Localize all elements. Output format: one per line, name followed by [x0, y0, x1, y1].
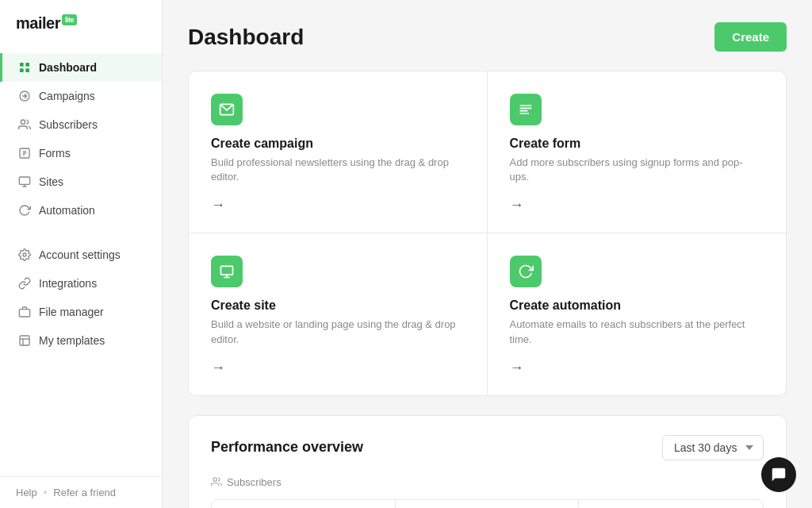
- campaigns-icon: [18, 90, 31, 102]
- svg-point-13: [23, 253, 26, 256]
- card-create-campaign[interactable]: Create campaign Build professional newsl…: [189, 71, 488, 233]
- sidebar-item-account-settings-label: Account settings: [39, 248, 121, 261]
- performance-header: Performance overview Last 30 days Last 7…: [211, 435, 764, 460]
- sidebar-item-subscribers[interactable]: Subscribers: [0, 110, 162, 139]
- card-create-automation[interactable]: Create automation Automate emails to rea…: [488, 233, 787, 394]
- performance-title: Performance overview: [211, 439, 363, 456]
- sidebar-item-campaigns-label: Campaigns: [39, 90, 95, 102]
- svg-rect-3: [25, 68, 29, 72]
- sidebar-item-forms-label: Forms: [39, 147, 71, 160]
- sidebar-item-sites[interactable]: Sites: [0, 167, 162, 196]
- site-card-icon: [211, 256, 243, 287]
- svg-rect-15: [20, 336, 29, 345]
- sidebar-item-integrations-label: Integrations: [39, 277, 97, 290]
- sidebar-item-my-templates-label: My templates: [39, 334, 105, 347]
- integrations-icon: [18, 277, 31, 290]
- subscribers-section-label: Subscribers: [211, 476, 764, 488]
- stat-new-today: New subscribers today 1 New Last 30 days…: [396, 500, 580, 508]
- card-create-automation-title: Create automation: [510, 298, 761, 313]
- card-create-site-title: Create site: [211, 298, 462, 313]
- automation-card-icon: [510, 256, 542, 287]
- automation-icon: [18, 204, 31, 217]
- campaign-card-icon: [211, 94, 243, 125]
- svg-rect-23: [221, 267, 233, 275]
- period-select[interactable]: Last 30 days Last 7 days Last 90 days: [662, 435, 764, 460]
- dashboard-icon: [18, 61, 31, 74]
- sidebar-item-subscribers-label: Subscribers: [39, 118, 98, 131]
- chat-bubble[interactable]: [761, 457, 796, 492]
- subscribers-icon: [18, 118, 31, 131]
- svg-point-26: [213, 478, 217, 482]
- logo: mailerlite: [0, 0, 162, 50]
- svg-point-5: [21, 120, 25, 124]
- create-button[interactable]: Create: [714, 22, 787, 52]
- sidebar-item-sites-label: Sites: [39, 175, 63, 188]
- svg-rect-10: [19, 177, 29, 184]
- svg-rect-0: [20, 63, 24, 67]
- sidebar-item-file-manager-label: File manager: [39, 306, 104, 318]
- sidebar-item-dashboard[interactable]: Dashboard: [0, 53, 162, 82]
- svg-rect-1: [25, 63, 29, 67]
- settings-icon: [18, 248, 31, 261]
- help-link[interactable]: Help: [16, 487, 37, 498]
- sidebar-item-integrations[interactable]: Integrations: [0, 269, 162, 298]
- sidebar: mailerlite Dashboard Campaigns Subscribe…: [0, 0, 163, 508]
- card-create-form-desc: Add more subscribers using signup forms …: [510, 156, 761, 184]
- sidebar-item-campaigns[interactable]: Campaigns: [0, 82, 162, 110]
- templates-icon: [18, 334, 31, 347]
- card-create-form-arrow: →: [510, 197, 761, 214]
- quick-actions-grid: Create campaign Build professional newsl…: [188, 71, 787, 396]
- card-create-automation-arrow: →: [510, 360, 761, 376]
- nav-items: Dashboard Campaigns Subscribers Forms: [0, 50, 162, 476]
- card-create-site[interactable]: Create site Build a website or landing p…: [189, 233, 488, 394]
- card-create-campaign-desc: Build professional newsletters using the…: [211, 156, 462, 184]
- sidebar-item-automation-label: Automation: [39, 204, 95, 217]
- sites-icon: [18, 175, 31, 188]
- card-create-automation-desc: Automate emails to reach subscribers at …: [510, 318, 761, 346]
- logo-text: mailerlite: [16, 14, 77, 33]
- form-card-icon: [510, 94, 542, 125]
- svg-rect-2: [20, 68, 24, 72]
- logo-badge: lite: [62, 14, 77, 25]
- sidebar-item-forms[interactable]: Forms: [0, 139, 162, 167]
- card-create-form-title: Create form: [510, 137, 761, 151]
- main-header: Dashboard Create: [188, 22, 787, 52]
- stats-row: Total active subscribers 1 Want more sub…: [211, 499, 764, 508]
- sidebar-item-file-manager[interactable]: File manager: [0, 298, 162, 326]
- sidebar-item-automation[interactable]: Automation: [0, 196, 162, 225]
- card-create-form[interactable]: Create form Add more subscribers using s…: [488, 71, 787, 233]
- card-create-campaign-arrow: →: [211, 197, 462, 214]
- card-create-site-arrow: →: [211, 360, 462, 376]
- stat-total-active: Total active subscribers 1 Want more sub…: [212, 500, 396, 508]
- performance-overview: Performance overview Last 30 days Last 7…: [188, 415, 787, 508]
- svg-rect-14: [19, 310, 29, 317]
- page-title: Dashboard: [188, 25, 304, 50]
- sidebar-item-dashboard-label: Dashboard: [39, 61, 97, 74]
- forms-icon: [18, 147, 31, 160]
- card-create-campaign-title: Create campaign: [211, 137, 462, 151]
- main-content: Dashboard Create Create campaign Build p…: [163, 0, 812, 508]
- refer-link[interactable]: Refer a friend: [53, 487, 116, 498]
- sidebar-item-my-templates[interactable]: My templates: [0, 326, 162, 355]
- file-manager-icon: [18, 306, 31, 318]
- stat-new-month: New subscribers this month 1 Unsubscribe…: [579, 500, 763, 508]
- card-create-site-desc: Build a website or landing page using th…: [211, 318, 462, 346]
- sidebar-footer: Help • Refer a friend: [0, 476, 162, 508]
- sidebar-item-account-settings[interactable]: Account settings: [0, 241, 162, 269]
